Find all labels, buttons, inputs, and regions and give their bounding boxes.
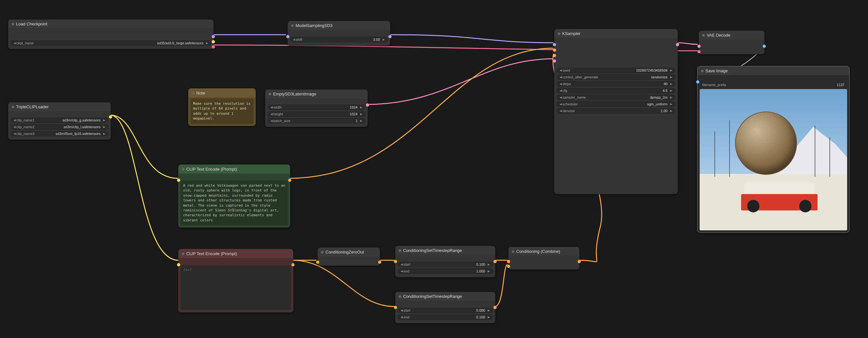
node-cond-zero[interactable]: ConditioningZeroOut [317,247,380,266]
note-text[interactable]: Make sure the resolution is multiple of … [190,99,253,124]
port-vae-in[interactable] [698,50,701,53]
port-cond-out[interactable] [288,179,291,182]
port-clip-in[interactable] [177,263,180,266]
arrow-right-icon[interactable]: ▶ [102,119,106,122]
node-header[interactable]: CLIP Text Encode (Prompt) [179,165,290,174]
node-ksampler[interactable]: KSampler ◀seed1028972453458934▶ ◀control… [554,29,678,194]
end-widget[interactable]: ◀end1.000▶ [397,268,493,274]
node-clip-positive[interactable]: CLIP Text Encode (Prompt) A red and whit… [178,164,290,227]
clip3-widget[interactable]: ◀clip_name3sd3m/t5xxl_fp16.safetensors▶ [10,131,108,136]
node-header[interactable]: VAE Decode [699,31,764,39]
collapse-dot-icon[interactable] [701,70,704,72]
arrow-right-icon[interactable]: ▶ [487,315,491,319]
node-header[interactable]: Save Image [698,66,849,75]
arrow-right-icon[interactable]: ▶ [205,41,209,45]
port-cond-out[interactable] [493,260,497,263]
port-image-out[interactable] [763,45,766,48]
end-widget[interactable]: ◀end0.100▶ [397,314,493,320]
port-model-out[interactable] [389,35,392,38]
arrow-right-icon[interactable]: ▶ [670,89,673,92]
port-cond-in[interactable] [316,260,319,264]
port-cond-out[interactable] [493,306,497,309]
arrow-right-icon[interactable]: ▶ [670,109,673,113]
arrow-right-icon[interactable]: ▶ [382,38,385,41]
node-cond-range-2[interactable]: ConditioningSetTimestepRange ◀start0.000… [395,292,495,323]
scheduler-widget[interactable]: ◀schedulersgm_uniform▶ [556,101,676,107]
collapse-dot-icon[interactable] [702,34,705,37]
port-cond-out[interactable] [378,260,381,264]
cfg-widget[interactable]: ◀cfg4.5▶ [556,88,676,93]
node-model-sampling[interactable]: ModelSamplingSD3 ◀ shift 3.00 ▶ [287,21,390,45]
arrow-right-icon[interactable]: ▶ [670,69,673,72]
port-latent-out[interactable] [676,43,679,46]
node-clip-negative[interactable]: CLIP Text Encode (Prompt) text [178,249,293,312]
batch-widget[interactable]: ◀batch_size1▶ [267,118,366,124]
collapse-dot-icon[interactable] [182,168,184,171]
width-widget[interactable]: ◀width1024▶ [267,104,366,110]
port-clip-out[interactable] [212,40,215,43]
ckpt-name-widget[interactable]: ◀ ckpt_name sd35/sd3.5_large.safetensors… [10,40,211,46]
clip2-widget[interactable]: ◀clip_name2sd3m/clip_l.safetensors▶ [10,124,108,130]
port-positive-in[interactable] [553,49,556,52]
arrow-left-icon[interactable]: ◀ [270,119,273,122]
clip1-widget[interactable]: ◀clip_name1sd3m/clip_g.safetensors▶ [10,117,108,123]
node-header[interactable]: ConditioningSetTimestepRange [396,292,495,301]
arrow-left-icon[interactable]: ◀ [400,263,403,266]
collapse-dot-icon[interactable] [182,252,184,255]
node-cond-combine[interactable]: Conditioning (Combine) [508,247,580,270]
arrow-left-icon[interactable]: ◀ [270,113,273,116]
node-header[interactable]: CLIP Text Encode (Prompt) [179,249,293,258]
node-header[interactable]: ConditioningZeroOut [318,248,380,256]
node-triple-clip[interactable]: TripleCLIPLoader ◀clip_name1sd3m/clip_g.… [8,102,111,140]
arrow-right-icon[interactable]: ▶ [102,125,106,128]
port-latent-out[interactable] [366,103,369,107]
node-header[interactable]: ConditioningSetTimestepRange [396,246,495,255]
arrow-left-icon[interactable]: ◀ [559,82,562,86]
arrow-left-icon[interactable]: ◀ [559,69,562,72]
collapse-dot-icon[interactable] [11,23,14,25]
port-model-out[interactable] [212,35,215,38]
arrow-right-icon[interactable]: ▶ [102,132,106,135]
port-cond2-in[interactable] [507,265,510,268]
port-negative-in[interactable] [553,54,556,57]
node-header[interactable]: EmptySD3LatentImage [265,90,368,98]
collapse-dot-icon[interactable] [321,251,323,253]
port-cond-in[interactable] [394,260,397,263]
arrow-left-icon[interactable]: ◀ [13,125,17,128]
arrow-left-icon[interactable]: ◀ [559,102,562,106]
seed-widget[interactable]: ◀seed1028972453458934▶ [556,67,676,73]
port-model-in[interactable] [553,43,556,46]
collapse-dot-icon[interactable] [291,24,293,27]
positive-prompt-text[interactable]: A red and white Volkswagen van parked ne… [181,181,288,225]
node-header[interactable]: ModelSamplingSD3 [288,21,390,30]
arrow-left-icon[interactable]: ◀ [559,75,562,79]
arrow-left-icon[interactable]: ◀ [559,96,562,99]
port-vae-out[interactable] [212,45,215,49]
prefix-widget[interactable]: filename_prefix1137 [700,82,847,88]
arrow-left-icon[interactable]: ◀ [400,270,403,273]
arrow-left-icon[interactable]: ◀ [400,309,403,312]
steps-widget[interactable]: ◀steps40▶ [556,81,676,87]
node-vae-decode[interactable]: VAE Decode [699,31,765,54]
start-widget[interactable]: ◀start0.100▶ [397,262,493,267]
sampler-widget[interactable]: ◀sampler_namedpmpp_2m▶ [556,94,676,100]
node-header[interactable]: Conditioning (Combine) [508,247,579,256]
arrow-right-icon[interactable]: ▶ [360,106,363,109]
arrow-right-icon[interactable]: ▶ [360,113,363,116]
arrow-right-icon[interactable]: ▶ [487,270,491,273]
node-note[interactable]: Note Make sure the resolution is multipl… [188,88,256,126]
node-load-checkpoint[interactable]: Load Checkpoint ◀ ckpt_name sd35/sd3.5_l… [8,19,214,49]
arrow-left-icon[interactable]: ◀ [559,89,562,92]
port-cond1-in[interactable] [507,260,510,263]
arrow-left-icon[interactable]: ◀ [13,119,17,122]
node-empty-latent[interactable]: EmptySD3LatentImage ◀width1024▶ ◀height1… [265,89,368,127]
port-cond-out[interactable] [291,263,294,266]
collapse-dot-icon[interactable] [269,93,271,95]
port-samples-in[interactable] [698,45,701,48]
node-header[interactable]: Load Checkpoint [8,20,213,28]
height-widget[interactable]: ◀height1024▶ [267,111,366,117]
port-cond-in[interactable] [394,306,397,309]
node-header[interactable]: Note [189,89,255,97]
arrow-left-icon[interactable]: ◀ [13,41,17,45]
arrow-right-icon[interactable]: ▶ [670,96,673,99]
